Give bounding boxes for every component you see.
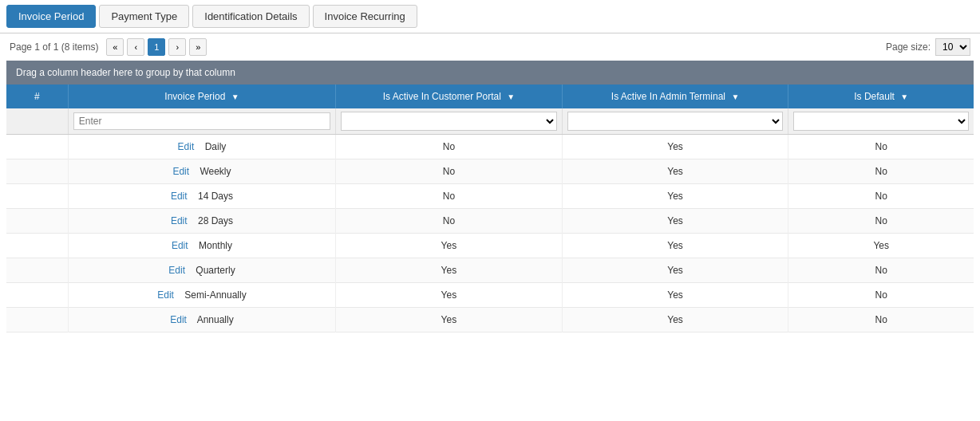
pagination-bar: Page 1 of 1 (8 items) « ‹ 1 › » Page siz… <box>0 33 980 61</box>
cell-hash-5 <box>6 258 68 283</box>
filter-period-icon[interactable]: ▼ <box>231 92 239 101</box>
cell-edit-3: Edit 28 Days <box>68 209 335 234</box>
cell-admin-7: Yes <box>562 308 788 332</box>
cell-edit-0: Edit Daily <box>68 135 335 159</box>
edit-link-6[interactable]: Edit <box>157 289 174 301</box>
filter-portal-icon[interactable]: ▼ <box>507 92 515 101</box>
cell-admin-1: Yes <box>562 159 788 184</box>
cell-default-4: Yes <box>788 234 974 258</box>
table-row: Edit Annually Yes Yes No <box>6 308 974 332</box>
pagination-right: Page size: 10 25 50 <box>886 38 970 56</box>
filter-default-icon[interactable]: ▼ <box>900 92 908 101</box>
cell-admin-5: Yes <box>562 258 788 283</box>
filter-period-input[interactable] <box>73 112 330 130</box>
filter-admin-cell: Yes No <box>562 108 788 135</box>
filter-row: Yes No Yes No Yes No <box>6 108 974 135</box>
data-table: # Invoice Period ▼ Is Active In Customer… <box>6 85 974 332</box>
cell-hash-0 <box>6 135 68 159</box>
filter-portal-cell: Yes No <box>336 108 563 135</box>
cell-hash-4 <box>6 234 68 258</box>
filter-hash-cell <box>6 108 68 135</box>
col-hash: # <box>6 85 68 108</box>
cell-edit-4: Edit Monthly <box>68 234 335 258</box>
edit-link-2[interactable]: Edit <box>171 191 188 202</box>
cell-default-2: No <box>788 184 974 209</box>
cell-edit-2: Edit 14 Days <box>68 184 335 209</box>
filter-admin-icon[interactable]: ▼ <box>731 92 739 101</box>
cell-hash-3 <box>6 209 68 234</box>
table-row: Edit Quarterly Yes Yes No <box>6 258 974 283</box>
cell-portal-2: No <box>336 184 563 209</box>
page-info: Page 1 of 1 (8 items) <box>10 41 98 53</box>
edit-link-3[interactable]: Edit <box>171 215 188 226</box>
filter-admin-select[interactable]: Yes No <box>567 112 784 131</box>
cell-portal-3: No <box>336 209 563 234</box>
cell-edit-5: Edit Quarterly <box>68 258 335 283</box>
tab-identification-details[interactable]: Identification Details <box>192 5 309 28</box>
col-is-active-portal: Is Active In Customer Portal ▼ <box>336 85 563 108</box>
cell-edit-1: Edit Weekly <box>68 159 335 184</box>
table-container: # Invoice Period ▼ Is Active In Customer… <box>6 85 974 332</box>
col-invoice-period: Invoice Period ▼ <box>68 85 335 108</box>
cell-admin-4: Yes <box>562 234 788 258</box>
prev-page-button[interactable]: ‹ <box>127 38 144 56</box>
last-page-button[interactable]: » <box>189 38 207 56</box>
table-row: Edit Monthly Yes Yes Yes <box>6 234 974 258</box>
table-row: Edit Daily No Yes No <box>6 135 974 159</box>
table-row: Edit Weekly No Yes No <box>6 159 974 184</box>
next-page-button[interactable]: › <box>168 38 186 56</box>
filter-portal-select[interactable]: Yes No <box>341 112 557 131</box>
filter-period-cell <box>68 108 335 135</box>
cell-admin-6: Yes <box>562 283 788 308</box>
column-header-row: # Invoice Period ▼ Is Active In Customer… <box>6 85 974 108</box>
group-drag-bar: Drag a column header here to group by th… <box>6 61 974 85</box>
table-row: Edit 28 Days No Yes No <box>6 209 974 234</box>
cell-default-0: No <box>788 135 974 159</box>
col-is-active-admin: Is Active In Admin Terminal ▼ <box>562 85 788 108</box>
tab-payment-type[interactable]: Payment Type <box>99 5 189 28</box>
filter-default-cell: Yes No <box>788 108 974 135</box>
cell-portal-1: No <box>336 159 563 184</box>
table-row: Edit Semi-Annually Yes Yes No <box>6 283 974 308</box>
cell-default-3: No <box>788 209 974 234</box>
cell-portal-7: Yes <box>336 308 563 332</box>
cell-admin-2: Yes <box>562 184 788 209</box>
cell-default-5: No <box>788 258 974 283</box>
cell-default-7: No <box>788 308 974 332</box>
cell-default-6: No <box>788 283 974 308</box>
edit-link-0[interactable]: Edit <box>178 141 195 152</box>
cell-portal-0: No <box>336 135 563 159</box>
cell-hash-1 <box>6 159 68 184</box>
cell-portal-5: Yes <box>336 258 563 283</box>
cell-admin-3: Yes <box>562 209 788 234</box>
page-size-label: Page size: <box>886 41 931 53</box>
table-row: Edit 14 Days No Yes No <box>6 184 974 209</box>
first-page-button[interactable]: « <box>106 38 124 56</box>
cell-hash-6 <box>6 283 68 308</box>
edit-link-4[interactable]: Edit <box>172 240 188 251</box>
cell-edit-6: Edit Semi-Annually <box>68 283 335 308</box>
cell-hash-2 <box>6 184 68 209</box>
cell-admin-0: Yes <box>562 135 788 159</box>
table-body: Edit Daily No Yes No Edit Weekly No Yes … <box>6 135 974 332</box>
filter-default-select[interactable]: Yes No <box>793 112 969 131</box>
cell-hash-7 <box>6 308 68 332</box>
page-1-button[interactable]: 1 <box>148 38 165 56</box>
pagination-left: Page 1 of 1 (8 items) « ‹ 1 › » <box>10 38 207 56</box>
cell-edit-7: Edit Annually <box>68 308 335 332</box>
cell-portal-4: Yes <box>336 234 563 258</box>
edit-link-1[interactable]: Edit <box>172 166 189 177</box>
col-is-default: Is Default ▼ <box>788 85 974 108</box>
cell-default-1: No <box>788 159 974 184</box>
edit-link-7[interactable]: Edit <box>170 314 187 325</box>
cell-portal-6: Yes <box>336 283 563 308</box>
tab-invoice-recurring[interactable]: Invoice Recurring <box>313 5 417 28</box>
page-size-select[interactable]: 10 25 50 <box>935 38 970 56</box>
edit-link-5[interactable]: Edit <box>168 265 185 276</box>
tab-invoice-period[interactable]: Invoice Period <box>6 5 96 28</box>
tabs-bar: Invoice PeriodPayment TypeIdentification… <box>0 0 980 33</box>
